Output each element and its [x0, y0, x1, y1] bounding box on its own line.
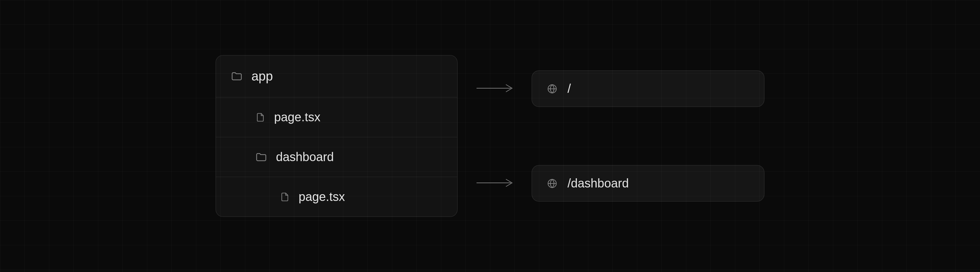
arrow-icon — [475, 177, 514, 190]
file-tree-panel: app page.tsx dashboard page.tsx — [216, 55, 458, 217]
file-icon — [280, 192, 290, 202]
globe-icon — [547, 83, 558, 94]
url-path: /dashboard — [568, 177, 629, 190]
url-pill: /dashboard — [531, 165, 764, 202]
folder-row: dashboard — [216, 137, 457, 177]
globe-icon — [547, 178, 558, 189]
file-row: page.tsx — [216, 177, 457, 216]
folder-label: dashboard — [276, 150, 334, 164]
url-pill: / — [531, 70, 764, 107]
mapping-row: /dashboard — [475, 165, 764, 202]
file-label: page.tsx — [299, 190, 345, 204]
url-path: / — [568, 82, 571, 95]
root-folder-label: app — [251, 69, 273, 84]
diagram-container: app page.tsx dashboard page.tsx — [0, 0, 980, 272]
mapping-row: / — [475, 70, 764, 107]
arrow-icon — [475, 82, 514, 95]
routing-diagram: app page.tsx dashboard page.tsx — [216, 55, 764, 217]
file-icon — [255, 112, 266, 122]
route-mappings: / /dashboard — [475, 70, 764, 202]
file-row: page.tsx — [216, 97, 457, 137]
file-label: page.tsx — [274, 110, 320, 124]
file-tree-root: app — [216, 56, 457, 97]
folder-icon — [231, 70, 243, 83]
folder-icon — [255, 151, 267, 163]
